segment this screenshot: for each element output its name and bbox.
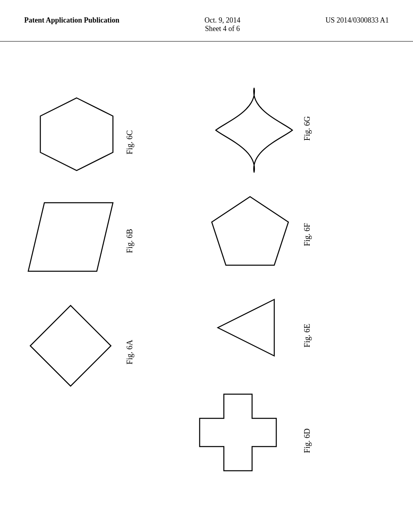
- fig6e-label: Fig. 6E: [302, 324, 312, 347]
- fig6b-label: Fig. 6B: [125, 229, 134, 253]
- svg-marker-4: [218, 299, 274, 356]
- fig6g-shape: [214, 86, 294, 175]
- svg-marker-5: [200, 394, 276, 471]
- fig6f-shape: [210, 195, 290, 267]
- svg-marker-2: [212, 197, 288, 265]
- fig6b-shape: [24, 199, 117, 275]
- fig6f-label: Fig. 6F: [302, 223, 312, 246]
- page-header: Patent Application Publication Oct. 9, 2…: [0, 0, 413, 42]
- svg-marker-1: [28, 203, 113, 271]
- fig6a-shape: [28, 303, 113, 388]
- patent-number: US 2014/0300833 A1: [325, 16, 389, 25]
- figures-area: Fig. 6C Fig. 6G Fig. 6B Fig. 6F Fig. 6A …: [0, 42, 413, 525]
- sheet-info: Sheet 4 of 6: [204, 25, 240, 33]
- fig6d-shape: [198, 392, 278, 485]
- fig6c-shape: [32, 94, 121, 175]
- fig6d-label: Fig. 6D: [302, 428, 312, 453]
- fig6a-label: Fig. 6A: [125, 340, 134, 364]
- fig6g-label: Fig. 6G: [302, 116, 312, 141]
- header-center: Oct. 9, 2014 Sheet 4 of 6: [204, 16, 240, 33]
- svg-marker-3: [30, 305, 111, 386]
- fig6e-shape: [214, 295, 278, 360]
- svg-marker-0: [40, 98, 113, 170]
- publication-title: Patent Application Publication: [24, 16, 119, 25]
- fig6c-label: Fig. 6C: [125, 130, 134, 154]
- publication-date: Oct. 9, 2014: [204, 16, 240, 25]
